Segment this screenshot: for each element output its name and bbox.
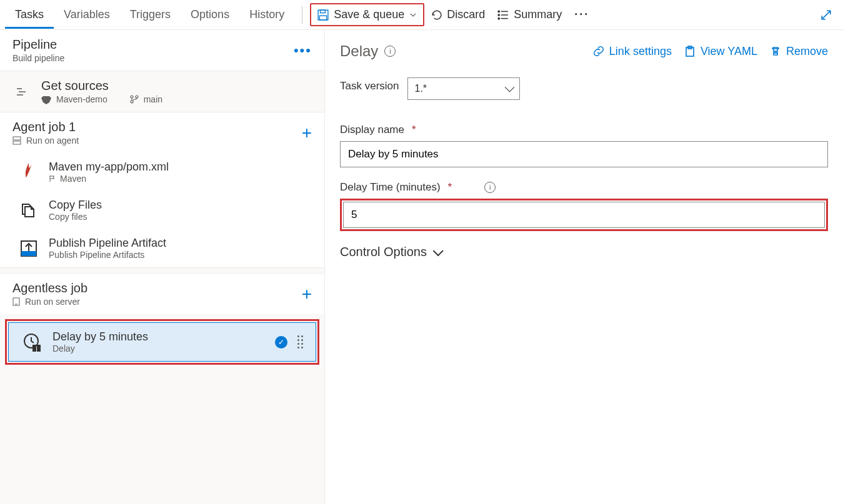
display-name-input[interactable]: [340, 141, 828, 167]
svg-point-14: [136, 96, 138, 98]
repo-name: Maven-demo: [56, 94, 107, 104]
summary-label: Summary: [514, 8, 562, 21]
agent-job-header[interactable]: Agent job 1 Run on agent +: [0, 112, 324, 153]
expand-icon: [821, 9, 832, 21]
control-options-label: Control Options: [340, 245, 427, 259]
add-task-agent-button[interactable]: +: [302, 123, 312, 143]
agent-job-title: Agent job 1: [12, 120, 293, 134]
tab-triggers[interactable]: Triggers: [120, 1, 181, 29]
remove-button[interactable]: Remove: [770, 45, 828, 58]
task-title: Maven my-app/pom.xml: [49, 161, 312, 174]
azure-devops-icon: [41, 94, 51, 104]
view-yaml-button[interactable]: View YAML: [684, 45, 757, 58]
agent-job-block: Agent job 1 Run on agent + Maven my-app/…: [0, 112, 324, 268]
add-task-agentless-button[interactable]: +: [302, 284, 312, 304]
required-marker: *: [412, 124, 416, 136]
panel-header: Delay i Link settings View YAML Remove: [340, 42, 828, 60]
task-copy-files[interactable]: Copy Files Copy files: [0, 191, 324, 229]
drag-handle[interactable]: [297, 335, 303, 348]
svg-point-3: [498, 11, 499, 12]
top-bar: Tasks Variables Triggers Options History…: [0, 0, 843, 30]
svg-point-13: [131, 101, 133, 103]
task-delay[interactable]: Delay by 5 minutes Delay ✓: [9, 323, 316, 361]
save-queue-highlight: Save & queue: [310, 3, 424, 26]
right-panel: Delay i Link settings View YAML Remove: [325, 30, 843, 504]
tab-options[interactable]: Options: [181, 1, 239, 29]
publish-icon: [19, 239, 39, 259]
discard-button[interactable]: Discard: [424, 4, 491, 25]
delay-time-row: Delay Time (minutes) * i: [340, 181, 828, 231]
branch-icon: [130, 95, 139, 104]
agentless-job-block: Agentless job Run on server +: [0, 273, 324, 314]
link-settings-button[interactable]: Link settings: [593, 45, 672, 58]
required-marker: *: [448, 181, 452, 194]
task-subtitle: Maven: [60, 174, 86, 184]
undo-icon: [431, 9, 442, 21]
remove-label: Remove: [786, 45, 828, 58]
svg-point-5: [498, 17, 499, 19]
task-maven[interactable]: Maven my-app/pom.xml Maven: [0, 153, 324, 191]
svg-point-12: [131, 96, 133, 98]
display-name-label: Display name: [340, 124, 404, 136]
list-icon: [497, 9, 509, 21]
link-settings-label: Link settings: [609, 45, 672, 58]
get-sources-title: Get sources: [41, 79, 312, 93]
save-queue-button[interactable]: Save & queue: [311, 4, 423, 25]
maven-icon: [19, 162, 39, 182]
server-icon: [12, 297, 20, 306]
link-icon: [593, 46, 604, 57]
task-version-label: Task version: [340, 80, 399, 92]
save-queue-label: Save & queue: [334, 8, 404, 21]
task-version-value: 1.*: [414, 83, 427, 94]
task-enabled-check-icon: ✓: [275, 336, 287, 348]
tab-strip: Tasks Variables Triggers Options History: [5, 1, 294, 29]
trash-icon: [770, 46, 781, 57]
info-icon[interactable]: i: [484, 182, 496, 193]
tab-variables[interactable]: Variables: [54, 1, 120, 29]
pipeline-more-button[interactable]: •••: [294, 42, 312, 59]
svg-rect-16: [13, 141, 21, 144]
summary-button[interactable]: Summary: [491, 4, 568, 25]
agentless-job-title: Agentless job: [12, 281, 293, 295]
more-actions-button[interactable]: ···: [568, 4, 596, 25]
task-subtitle: Publish Pipeline Artifacts: [49, 250, 312, 260]
svg-rect-2: [320, 16, 327, 20]
agent-job-subtitle: Run on agent: [26, 136, 79, 146]
main-area: Pipeline Build pipeline ••• Get sources …: [0, 30, 843, 504]
delay-time-input[interactable]: [343, 202, 825, 228]
pipeline-title: Pipeline: [12, 37, 285, 52]
task-title: Delay by 5 minutes: [52, 330, 265, 343]
svg-rect-15: [13, 137, 21, 140]
discard-label: Discard: [447, 8, 485, 21]
control-options-section[interactable]: Control Options: [340, 245, 828, 259]
tab-history[interactable]: History: [239, 1, 294, 29]
divider: [302, 6, 302, 24]
pipeline-subtitle: Build pipeline: [12, 53, 285, 63]
task-subtitle: Delay: [52, 343, 265, 353]
svg-rect-22: [33, 345, 36, 352]
task-title: Copy Files: [49, 199, 312, 212]
chevron-down-icon: [409, 11, 417, 19]
tab-tasks[interactable]: Tasks: [5, 1, 54, 29]
agentless-job-header[interactable]: Agentless job Run on server +: [0, 274, 324, 314]
pipeline-header[interactable]: Pipeline Build pipeline •••: [0, 30, 324, 71]
task-version-select[interactable]: 1.*: [407, 77, 520, 100]
display-name-row: Display name *: [340, 124, 828, 167]
info-icon[interactable]: i: [384, 46, 396, 57]
delay-task-highlight: Delay by 5 minutes Delay ✓: [5, 319, 319, 365]
agentless-job-subtitle: Run on server: [25, 297, 80, 307]
get-sources-row[interactable]: Get sources Maven-demo main: [0, 71, 324, 112]
fullscreen-button[interactable]: [814, 6, 838, 24]
sources-icon: [17, 87, 28, 96]
delay-icon: [22, 332, 42, 352]
chevron-down-icon: [433, 245, 444, 256]
delay-time-highlight: [340, 199, 828, 231]
task-title: Publish Pipeline Artifact: [49, 237, 312, 250]
panel-title-text: Delay: [340, 42, 378, 60]
task-publish-artifact[interactable]: Publish Pipeline Artifact Publish Pipeli…: [0, 229, 324, 267]
left-panel: Pipeline Build pipeline ••• Get sources …: [0, 30, 325, 504]
delay-time-label: Delay Time (minutes): [340, 181, 441, 194]
svg-rect-18: [21, 251, 36, 256]
copy-icon: [19, 200, 39, 220]
ellipsis-icon: ···: [574, 8, 589, 21]
